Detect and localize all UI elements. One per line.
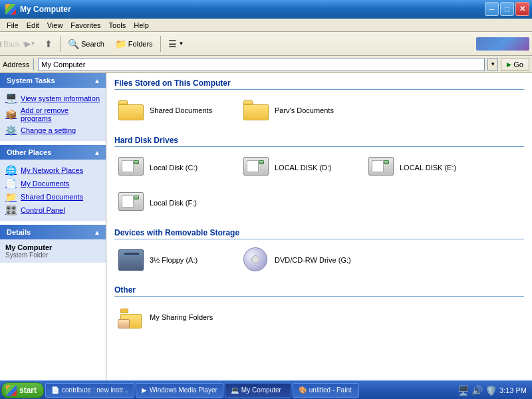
parvs-documents-item[interactable]: Parv's Documents [239, 95, 359, 125]
system-tasks-header[interactable]: System Tasks ▲ [0, 73, 106, 88]
views-button[interactable]: ☰ ▼ [164, 35, 189, 53]
views-dropdown-icon: ▼ [179, 41, 184, 47]
folders-icon: 📁 [115, 39, 126, 49]
local-disk-d-label: LOCAL DISK (D:) [275, 164, 332, 172]
other-places-section: Other Places ▲ 🌐 My Network Places 📄 My … [0, 145, 106, 221]
my-documents[interactable]: 📄 My Documents [5, 177, 100, 190]
systray-volume-icon: 🔊 [471, 385, 483, 396]
taskbar-paint-label: untitled - Paint [309, 386, 352, 394]
floppy-a[interactable]: 3½ Floppy (A:) [114, 245, 234, 275]
dvd-cd-rw-g[interactable]: DVD/CD-RW Drive (G:) [239, 245, 359, 275]
titlebar-controls: ─ □ ✕ [485, 2, 529, 16]
local-disk-f-label: Local Disk (F:) [150, 199, 197, 207]
files-section-title: Files Stored on This Computer [114, 78, 524, 90]
change-setting[interactable]: ⚙️ Change a setting [5, 124, 100, 137]
shared-documents[interactable]: 📁 Shared Documents [5, 190, 100, 203]
forward-icon: ▶ [25, 39, 31, 49]
disk-d-icon [243, 156, 269, 179]
search-button[interactable]: 🔍 Search [63, 35, 109, 53]
my-sharing-folders[interactable]: My Sharing Folders [114, 302, 234, 332]
view-system-info-label: View system information [21, 94, 100, 102]
maximize-button[interactable]: □ [500, 2, 514, 16]
go-button[interactable]: ▶ Go [501, 58, 529, 71]
view-system-info[interactable]: 🖥️ View system information [5, 92, 100, 105]
local-disk-c[interactable]: Local Disk (C:) [114, 152, 234, 182]
taskbar-my-computer-label: My Computer [241, 386, 281, 394]
titlebar-left: My Computer [5, 4, 71, 15]
settings-icon: ⚙️ [5, 125, 17, 136]
taskbar-media-player[interactable]: ▶ Windows Media Player [136, 383, 223, 398]
floppy-a-label: 3½ Floppy (A:) [150, 256, 198, 264]
menu-help[interactable]: Help [130, 21, 153, 30]
address-input[interactable]: My Computer [38, 58, 485, 71]
local-disk-d[interactable]: LOCAL DISK (D:) [239, 152, 359, 182]
menu-bar: File Edit View Favorites Tools Help [0, 19, 532, 32]
back-label: Back [3, 40, 19, 48]
other-places-header[interactable]: Other Places ▲ [0, 145, 106, 160]
change-setting-label: Change a setting [21, 126, 76, 134]
system-tasks-label: System Tasks [7, 76, 55, 84]
forward-dropdown-icon: ▼ [31, 41, 36, 47]
system-tasks-arrow: ▲ [94, 77, 100, 84]
details-section: Details ▲ My Computer System Folder [0, 225, 106, 263]
other-places-content: 🌐 My Network Places 📄 My Documents 📁 Sha… [0, 160, 106, 221]
shared-documents-label: Shared Documents [21, 193, 83, 201]
shared-documents-label: Shared Documents [150, 106, 212, 114]
details-arrow: ▲ [94, 229, 100, 236]
address-separator [33, 59, 34, 70]
details-header[interactable]: Details ▲ [0, 225, 106, 239]
my-network-places-label: My Network Places [21, 166, 83, 174]
taskbar-contribute[interactable]: 📄 contribute : new instr... [45, 383, 134, 398]
my-network-places[interactable]: 🌐 My Network Places [5, 164, 100, 177]
main-content-area: System Tasks ▲ 🖥️ View system informatio… [0, 73, 532, 380]
address-dropdown[interactable]: ▼ [487, 58, 498, 71]
local-disk-e-label: LOCAL DISK (E:) [400, 164, 456, 172]
parvs-docs-folder-icon [243, 98, 269, 122]
my-sharing-folders-label: My Sharing Folders [150, 313, 213, 321]
folders-button[interactable]: 📁 Folders [110, 35, 158, 53]
shared-icon: 📁 [5, 192, 17, 202]
sharing-folder-icon [118, 305, 144, 329]
minimize-button[interactable]: ─ [485, 2, 499, 16]
toolbar-separator-2 [160, 36, 161, 52]
menu-view[interactable]: View [43, 21, 67, 30]
local-disk-f[interactable]: Local Disk (F:) [114, 188, 234, 217]
system-tasks-section: System Tasks ▲ 🖥️ View system informatio… [0, 73, 106, 141]
system-tasks-content: 🖥️ View system information 📦 Add or remo… [0, 88, 106, 141]
menu-favorites[interactable]: Favorites [66, 21, 104, 30]
details-content: My Computer System Folder [0, 239, 106, 263]
shared-docs-folder-icon [118, 98, 144, 122]
go-label: Go [513, 61, 523, 68]
removable-section: Devices with Removable Storage 3½ Floppy… [114, 228, 524, 275]
other-places-arrow: ▲ [94, 149, 100, 156]
systray-network-icon: 🖥️ [458, 385, 469, 396]
systray-security-icon: 🛡️ [485, 385, 497, 396]
control-panel[interactable]: 🎛️ Control Panel [5, 203, 100, 217]
menu-file[interactable]: File [3, 21, 23, 30]
menu-tools[interactable]: Tools [105, 21, 130, 30]
files-grid: Shared Documents Parv's Documents [114, 95, 524, 125]
floppy-icon [118, 248, 144, 271]
taskbar-time: 3:13 PM [499, 386, 527, 394]
menu-edit[interactable]: Edit [23, 21, 43, 30]
up-button[interactable]: ⬆ [40, 35, 57, 53]
up-icon: ⬆ [45, 39, 53, 49]
removable-grid: 3½ Floppy (A:) DVD/CD-RW Drive (G:) [114, 245, 524, 275]
content-area: Files Stored on This Computer Shared Doc… [106, 73, 532, 380]
documents-icon: 📄 [5, 178, 17, 189]
start-button[interactable]: start [1, 382, 44, 398]
window-title: My Computer [20, 5, 71, 14]
local-disk-e[interactable]: LOCAL DISK (E:) [364, 152, 484, 182]
close-button[interactable]: ✕ [515, 2, 529, 16]
back-button[interactable]: ◀ Back ▼ [3, 35, 20, 53]
shared-documents-item[interactable]: Shared Documents [114, 95, 234, 125]
other-section: Other My Sharing Folders [114, 285, 524, 332]
my-documents-label: My Documents [21, 180, 69, 188]
add-remove-programs[interactable]: 📦 Add or remove programs [5, 105, 100, 124]
removable-section-title: Devices with Removable Storage [114, 228, 524, 239]
info-icon: 🖥️ [5, 93, 17, 104]
taskbar-my-computer[interactable]: 💻 My Computer [225, 383, 291, 398]
address-value: My Computer [41, 61, 85, 68]
taskbar-paint[interactable]: 🎨 untitled - Paint [293, 383, 359, 398]
forward-button[interactable]: ▶ ▼ [21, 35, 39, 53]
